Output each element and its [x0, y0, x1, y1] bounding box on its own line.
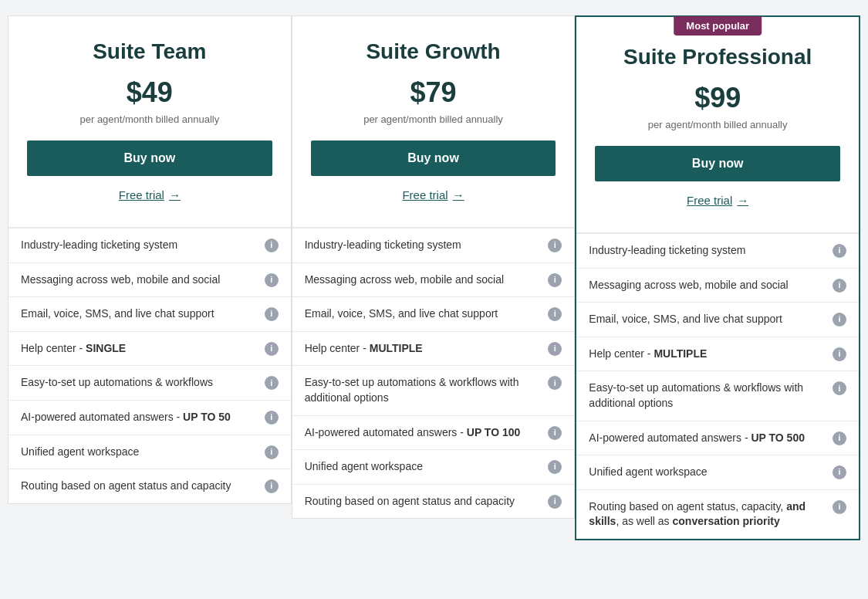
info-icon[interactable]: i — [833, 313, 846, 327]
feature-text: Messaging across web, mobile and social — [21, 272, 265, 288]
most-popular-badge: Most popular — [674, 16, 762, 36]
feature-text: Unified agent workspace — [589, 465, 833, 480]
plan-name-suite-professional: Suite Professional — [595, 45, 840, 69]
feature-text: Messaging across web, mobile and social — [589, 278, 833, 293]
info-icon[interactable]: i — [548, 460, 562, 474]
feature-automations-suite-professional: Easy-to-set up automations & workflows w… — [576, 371, 859, 420]
feature-text: Messaging across web, mobile and social — [305, 272, 549, 288]
arrow-icon-suite-professional: → — [737, 194, 748, 207]
plan-card-suite-team: Suite Team $49 per agent/month billed an… — [8, 15, 292, 504]
buy-now-button-suite-team[interactable]: Buy now — [27, 140, 272, 176]
feature-text: Routing based on agent status, capacity,… — [589, 499, 833, 530]
feature-text: Email, voice, SMS, and live chat support — [305, 306, 549, 322]
feature-email-suite-team: Email, voice, SMS, and live chat support… — [8, 296, 291, 331]
feature-ticketing-suite-growth: Industry-leading ticketing system i — [292, 228, 575, 262]
free-trial-label-suite-growth: Free trial — [402, 188, 448, 201]
feature-ticketing-suite-professional: Industry-leading ticketing system i — [576, 233, 859, 268]
plan-price-suite-professional: $99 — [595, 82, 840, 114]
buy-now-button-suite-professional[interactable]: Buy now — [595, 146, 840, 181]
feature-email-suite-growth: Email, voice, SMS, and live chat support… — [292, 296, 575, 331]
feature-helpcenter-suite-team: Help center - SINGLE i — [8, 331, 291, 366]
free-trial-label-suite-team: Free trial — [119, 188, 164, 201]
feature-ai-suite-growth: AI-powered automated answers - UP TO 100… — [292, 415, 575, 450]
feature-text: Unified agent workspace — [21, 445, 265, 460]
feature-text: Email, voice, SMS, and live chat support — [589, 312, 833, 327]
info-icon[interactable]: i — [833, 244, 846, 258]
info-icon[interactable]: i — [833, 347, 846, 361]
plan-billing-suite-growth: per agent/month billed annually — [311, 113, 556, 125]
info-icon[interactable]: i — [548, 426, 562, 440]
feature-text: Industry-leading ticketing system — [305, 238, 549, 253]
info-icon[interactable]: i — [548, 495, 562, 509]
feature-text: Unified agent workspace — [305, 459, 549, 475]
feature-workspace-suite-growth: Unified agent workspace i — [292, 449, 575, 484]
plan-card-suite-professional: Most popular Suite Professional $99 per … — [575, 15, 860, 540]
feature-text: Help center - SINGLE — [21, 341, 265, 357]
info-icon[interactable]: i — [833, 381, 846, 395]
feature-text: Easy-to-set up automations & workflows w… — [305, 375, 549, 405]
plan-billing-suite-professional: per agent/month billed annually — [595, 119, 840, 130]
feature-text: Easy-to-set up automations & workflows — [21, 375, 265, 391]
plan-price-suite-growth: $79 — [311, 76, 556, 109]
feature-text: Industry-leading ticketing system — [589, 243, 833, 259]
plan-header-suite-professional: Suite Professional $99 per agent/month b… — [576, 17, 859, 233]
feature-ticketing-suite-team: Industry-leading ticketing system i — [8, 228, 291, 262]
info-icon[interactable]: i — [548, 307, 562, 321]
info-icon[interactable]: i — [265, 307, 279, 321]
feature-text: Email, voice, SMS, and live chat support — [21, 306, 265, 322]
free-trial-link-suite-growth[interactable]: Free trial → — [402, 188, 464, 201]
feature-routing-suite-team: Routing based on agent status and capaci… — [8, 469, 291, 503]
buy-now-button-suite-growth[interactable]: Buy now — [311, 140, 556, 176]
free-trial-label-suite-professional: Free trial — [687, 194, 732, 207]
feature-text: Help center - MULTIPLE — [305, 341, 549, 357]
feature-workspace-suite-team: Unified agent workspace i — [8, 435, 291, 469]
info-icon[interactable]: i — [833, 431, 846, 445]
feature-automations-suite-growth: Easy-to-set up automations & workflows w… — [292, 365, 575, 415]
feature-messaging-suite-growth: Messaging across web, mobile and social … — [292, 262, 575, 297]
info-icon[interactable]: i — [548, 273, 562, 287]
feature-helpcenter-suite-growth: Help center - MULTIPLE i — [292, 331, 575, 366]
arrow-icon-suite-team: → — [169, 188, 181, 201]
feature-messaging-suite-professional: Messaging across web, mobile and social … — [576, 268, 859, 303]
info-icon[interactable]: i — [265, 342, 279, 356]
features-list-suite-growth: Industry-leading ticketing system i Mess… — [292, 228, 575, 518]
info-icon[interactable]: i — [833, 279, 846, 293]
arrow-icon-suite-growth: → — [453, 188, 464, 201]
feature-text: Routing based on agent status and capaci… — [305, 494, 549, 509]
info-icon[interactable]: i — [833, 500, 846, 514]
info-icon[interactable]: i — [265, 376, 279, 390]
info-icon[interactable]: i — [265, 273, 279, 287]
plan-header-suite-team: Suite Team $49 per agent/month billed an… — [8, 16, 291, 228]
info-icon[interactable]: i — [548, 376, 562, 390]
feature-helpcenter-suite-professional: Help center - MULTIPLE i — [576, 337, 859, 371]
feature-text: Easy-to-set up automations & workflows w… — [589, 381, 833, 411]
feature-ai-suite-team: AI-powered automated answers - UP TO 50 … — [8, 400, 291, 435]
free-trial-link-suite-team[interactable]: Free trial → — [119, 188, 181, 201]
pricing-container: Suite Team $49 per agent/month billed an… — [8, 15, 860, 540]
info-icon[interactable]: i — [265, 479, 279, 493]
plan-billing-suite-team: per agent/month billed annually — [27, 113, 272, 125]
info-icon[interactable]: i — [833, 465, 846, 479]
feature-text: Industry-leading ticketing system — [21, 238, 265, 253]
info-icon[interactable]: i — [548, 342, 562, 356]
info-icon[interactable]: i — [548, 239, 562, 252]
plan-header-suite-growth: Suite Growth $79 per agent/month billed … — [292, 16, 575, 228]
plan-card-suite-growth: Suite Growth $79 per agent/month billed … — [292, 15, 576, 519]
feature-routing-suite-professional: Routing based on agent status, capacity,… — [576, 489, 859, 539]
feature-automations-suite-team: Easy-to-set up automations & workflows i — [8, 365, 291, 400]
info-icon[interactable]: i — [265, 239, 279, 252]
feature-ai-suite-professional: AI-powered automated answers - UP TO 500… — [576, 421, 859, 455]
features-list-suite-professional: Industry-leading ticketing system i Mess… — [576, 233, 859, 539]
feature-text: Routing based on agent status and capaci… — [21, 479, 265, 494]
free-trial-link-suite-professional[interactable]: Free trial → — [687, 194, 748, 207]
feature-email-suite-professional: Email, voice, SMS, and live chat support… — [576, 302, 859, 337]
feature-text: Help center - MULTIPLE — [589, 347, 833, 362]
features-list-suite-team: Industry-leading ticketing system i Mess… — [8, 228, 291, 503]
info-icon[interactable]: i — [265, 411, 279, 425]
info-icon[interactable]: i — [265, 445, 279, 459]
feature-text: AI-powered automated answers - UP TO 100 — [305, 425, 549, 441]
feature-text: AI-powered automated answers - UP TO 500 — [589, 431, 833, 446]
feature-text: AI-powered automated answers - UP TO 50 — [21, 410, 265, 425]
feature-messaging-suite-team: Messaging across web, mobile and social … — [8, 262, 291, 297]
plan-price-suite-team: $49 — [27, 76, 272, 109]
